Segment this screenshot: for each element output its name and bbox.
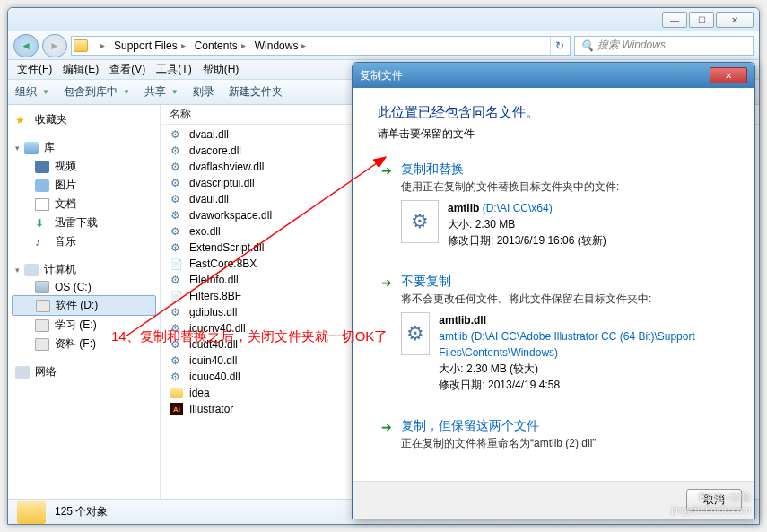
titlebar: — ☐ ✕ xyxy=(8,8,759,31)
option-title: 不要复制 xyxy=(401,274,726,290)
file-icon xyxy=(170,289,184,303)
video-icon xyxy=(35,161,49,173)
sidebar-item-video[interactable]: 视频 xyxy=(12,157,156,176)
menu-help[interactable]: 帮助(H) xyxy=(197,60,245,79)
network-icon xyxy=(15,366,30,379)
dll-icon xyxy=(170,127,184,142)
search-input[interactable]: 🔍 搜索 Windows xyxy=(574,36,754,56)
back-button[interactable]: ◄ xyxy=(13,34,39,57)
sidebar-drive-d[interactable]: 软件 (D:) xyxy=(12,295,156,316)
folder-icon xyxy=(17,501,46,524)
dll-icon xyxy=(170,370,184,384)
folder-icon xyxy=(170,386,184,400)
cancel-button[interactable]: 取消 xyxy=(686,489,742,511)
dll-icon xyxy=(170,160,184,174)
breadcrumb-bar[interactable]: ▸ Support Files▸ Contents▸ Windows▸ ↻ xyxy=(71,36,571,56)
file-meta: amtlib (D:\AI CC\x64) 大小: 2.30 MB 修改日期: … xyxy=(448,200,606,249)
option-title: 复制和替换 xyxy=(401,161,726,178)
breadcrumb-item[interactable]: Contents▸ xyxy=(191,39,249,52)
option-dont-copy[interactable]: ➔ 不要复制 将不会更改任何文件。将此文件保留在目标文件夹中: amtlib.d… xyxy=(378,270,729,397)
dialog-footer: 取消 xyxy=(353,481,754,519)
tb-newfolder[interactable]: 新建文件夹 xyxy=(229,84,283,100)
tb-burn[interactable]: 刻录 xyxy=(193,84,214,100)
picture-icon xyxy=(35,179,49,192)
drive-icon xyxy=(35,281,49,293)
file-name: icudt40.dll xyxy=(189,338,238,351)
file-meta: amtlib.dll amtlib (D:\AI CC\Adobe Illust… xyxy=(439,312,726,393)
file-name: dvascriptui.dll xyxy=(189,177,255,189)
forward-button[interactable]: ► xyxy=(42,34,67,57)
arrow-icon: ➔ xyxy=(381,161,392,249)
tb-share[interactable]: 共享 xyxy=(144,84,179,100)
drive-icon xyxy=(36,300,50,312)
file-name: dvaai.dll xyxy=(189,128,229,141)
dialog-body: 此位置已经包含同名文件。 请单击要保留的文件 ➔ 复制和替换 使用正在复制的文件… xyxy=(353,88,754,481)
dll-icon xyxy=(170,144,184,158)
sidebar-network[interactable]: 网络 xyxy=(12,362,156,381)
file-name: dvaworkspace.dll xyxy=(189,209,272,222)
search-placeholder: 搜索 Windows xyxy=(597,38,666,53)
file-name: ExtendScript.dll xyxy=(189,241,264,254)
option-copy-replace[interactable]: ➔ 复制和替换 使用正在复制的文件替换目标文件夹中的文件: amtlib (D:… xyxy=(378,158,729,252)
option-title: 复制，但保留这两个文件 xyxy=(401,418,726,434)
dialog-title: 复制文件 xyxy=(360,68,403,83)
file-name: FastCore.8BX xyxy=(189,257,257,270)
sidebar-drive-c[interactable]: OS (C:) xyxy=(12,279,156,295)
close-button[interactable]: ✕ xyxy=(716,12,754,28)
search-icon: 🔍 xyxy=(580,39,594,52)
navbar: ◄ ► ▸ Support Files▸ Contents▸ Windows▸ … xyxy=(8,31,759,60)
sidebar-item-music[interactable]: ♪音乐 xyxy=(12,232,156,251)
dialog-titlebar: 复制文件 ✕ xyxy=(353,63,754,88)
dll-icon xyxy=(170,176,184,190)
menu-tools[interactable]: 工具(T) xyxy=(151,60,196,79)
ai-icon: Ai xyxy=(170,402,184,416)
dll-icon xyxy=(170,192,184,206)
document-icon xyxy=(35,198,49,211)
file-name: icucnv40.dll xyxy=(189,322,246,335)
sidebar-drive-f[interactable]: 资料 (F:) xyxy=(12,335,156,353)
tb-organize[interactable]: 组织 xyxy=(15,84,49,100)
breadcrumb-item[interactable]: Windows▸ xyxy=(251,39,310,52)
breadcrumb-item[interactable]: Support Files▸ xyxy=(110,39,189,52)
file-name: Filters.8BF xyxy=(189,290,241,302)
file-name: dvaflashview.dll xyxy=(189,161,264,173)
sidebar-computer[interactable]: ▾计算机 xyxy=(12,260,156,279)
option-desc: 使用正在复制的文件替换目标文件夹中的文件: xyxy=(401,179,726,195)
sidebar-libraries[interactable]: ▾库 xyxy=(12,138,156,157)
sidebar-drive-e[interactable]: 学习 (E:) xyxy=(12,316,156,335)
maximize-button[interactable]: ☐ xyxy=(689,12,714,28)
file-name: dvacore.dll xyxy=(189,144,241,157)
drive-icon xyxy=(35,338,49,351)
sidebar-item-download[interactable]: ⬇迅雷下载 xyxy=(12,214,156,232)
file-thumb-icon xyxy=(401,312,430,355)
dll-icon xyxy=(170,337,184,352)
dll-icon xyxy=(170,208,184,222)
sidebar-favorites[interactable]: ★收藏夹 xyxy=(12,110,156,129)
menu-edit[interactable]: 编辑(E) xyxy=(57,60,104,79)
dialog-close-button[interactable]: ✕ xyxy=(710,67,747,83)
minimize-button[interactable]: — xyxy=(662,12,687,28)
breadcrumb-sep[interactable]: ▸ xyxy=(93,40,109,50)
file-name: dvaui.dll xyxy=(189,193,229,205)
sidebar-item-pictures[interactable]: 图片 xyxy=(12,176,156,195)
tb-include[interactable]: 包含到库中 xyxy=(64,84,130,100)
option-keep-both[interactable]: ➔ 复制，但保留这两个文件 正在复制的文件将重命名为“amtlib (2).dl… xyxy=(378,414,729,460)
menu-file[interactable]: 文件(F) xyxy=(12,60,57,79)
menu-view[interactable]: 查看(V) xyxy=(104,60,151,79)
computer-icon xyxy=(24,264,39,276)
file-name: FileInfo.dll xyxy=(189,274,239,286)
copy-file-dialog: 复制文件 ✕ 此位置已经包含同名文件。 请单击要保留的文件 ➔ 复制和替换 使用… xyxy=(352,62,755,519)
refresh-button[interactable]: ↻ xyxy=(550,37,568,55)
file-name: icuuc40.dll xyxy=(189,371,240,383)
dll-icon xyxy=(170,321,184,336)
file-name: gdiplus.dll xyxy=(189,306,237,318)
file-name: Illustrator xyxy=(189,403,233,415)
drive-icon xyxy=(35,319,49,332)
sidebar: ★收藏夹 ▾库 视频 图片 文档 ⬇迅雷下载 ♪音乐 ▾计算机 OS (C:) … xyxy=(8,105,161,499)
dialog-heading: 此位置已经包含同名文件。 xyxy=(378,104,729,121)
download-icon: ⬇ xyxy=(35,217,49,230)
option-desc: 将不会更改任何文件。将此文件保留在目标文件夹中: xyxy=(401,292,726,307)
dialog-subheading: 请单击要保留的文件 xyxy=(378,126,729,142)
sidebar-item-documents[interactable]: 文档 xyxy=(12,195,156,214)
folder-icon xyxy=(74,39,88,52)
